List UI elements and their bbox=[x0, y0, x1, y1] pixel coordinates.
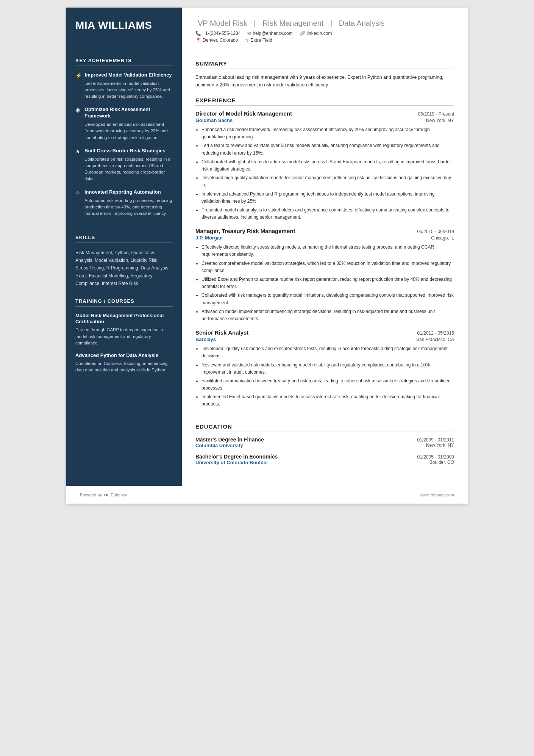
extra-icon: ☆ bbox=[245, 38, 249, 43]
course-title-2: Advanced Python for Data Analysis bbox=[75, 352, 173, 359]
job-bullets-2: Effectively directed liquidity stress te… bbox=[195, 244, 454, 324]
job-company-2: J.P. Morgan bbox=[195, 235, 223, 241]
linkedin-text: linkedin.com bbox=[307, 31, 332, 36]
edu-header-2: Bachelor's Degree in Economics 01/2005 -… bbox=[195, 454, 454, 460]
achievement-header-1: ⚡ Improved Model Validation Efficiency bbox=[75, 72, 173, 78]
resume-body: MIA WILLIAMS KEY ACHIEVEMENTS ⚡ Improved… bbox=[66, 8, 468, 486]
achievement-icon-1: ⚡ bbox=[75, 72, 82, 78]
tagline-part1: VP Model Risk bbox=[198, 19, 247, 27]
bullet-1-3: Collaborated with global teams to addres… bbox=[201, 158, 454, 173]
job-bullets-3: Developed liquidity risk models and exec… bbox=[195, 345, 454, 410]
job-location-3: San Francisco, CA bbox=[416, 337, 454, 342]
tagline-separator-1: | bbox=[254, 19, 258, 27]
course-desc-2: Completed on Coursera, focusing on enhan… bbox=[75, 360, 173, 374]
contact-row-2: 📍 Denver, Colorado ☆ Extra Field bbox=[195, 38, 454, 43]
bullet-3-2: Reviewed and validated risk models, enha… bbox=[201, 362, 454, 376]
achievement-header-4: ☆ Innovated Reporting Automation bbox=[75, 189, 173, 196]
job-header-2: Manager, Treasury Risk Management 05/201… bbox=[195, 228, 454, 234]
location-icon: 📍 bbox=[195, 38, 201, 43]
summary-section-title: SUMMARY bbox=[195, 60, 454, 69]
achievement-item-1: ⚡ Improved Model Validation Efficiency L… bbox=[75, 72, 173, 100]
achievement-header-3: ★ Built Cross-Border Risk Strategies bbox=[75, 148, 173, 154]
bullet-2-5: Advised on model implementation influenc… bbox=[201, 308, 454, 322]
experience-section-title: EXPERIENCE bbox=[195, 97, 454, 106]
brand-logo-icon: ∞ bbox=[104, 491, 108, 498]
resume-container: MIA WILLIAMS KEY ACHIEVEMENTS ⚡ Improved… bbox=[66, 8, 468, 504]
job-title-1: Director of Model Risk Management bbox=[195, 110, 292, 117]
achievement-title-2: Optimized Risk Assessment Framework bbox=[84, 106, 173, 119]
course-desc-1: Earned through GARP to deepen expertise … bbox=[75, 327, 173, 346]
bullet-1-4: Developed high-quality validation report… bbox=[201, 174, 454, 189]
bullet-1-6: Presented model risk analysis to stakeho… bbox=[201, 207, 454, 221]
achievement-desc-1: Led enhancements in model validation pro… bbox=[75, 80, 173, 100]
job-header-3: Senior Risk Analyst 01/2012 - 05/2015 bbox=[195, 329, 454, 336]
contact-phone: 📞 +1-(234)-555-1234 bbox=[195, 31, 240, 36]
edu-school-2: University of Colorado Boulder bbox=[195, 460, 268, 465]
contact-extra: ☆ Extra Field bbox=[245, 38, 272, 43]
job-company-row-3: Barclays San Francisco, CA bbox=[195, 337, 454, 342]
edu-degree-1: Master's Degree in Finance bbox=[195, 437, 264, 443]
job-dates-2: 05/2015 - 06/2019 bbox=[417, 229, 454, 234]
edu-location-2: Boulder, CO bbox=[429, 460, 454, 465]
edu-location-1: New York, NY bbox=[426, 443, 454, 448]
main-header: VP Model Risk | Risk Management | Data A… bbox=[195, 19, 454, 44]
bullet-2-1: Effectively directed liquidity stress te… bbox=[201, 244, 454, 258]
achievement-desc-2: Developed an enhanced risk assessment fr… bbox=[75, 121, 173, 141]
job-company-row-2: J.P. Morgan Chicago, IL bbox=[195, 235, 454, 241]
linkedin-icon: 🔗 bbox=[300, 31, 305, 36]
footer-brand: Powered by ∞ Enhancv bbox=[80, 491, 127, 498]
achievement-title-4: Innovated Reporting Automation bbox=[84, 189, 161, 196]
edu-item-2: Bachelor's Degree in Economics 01/2005 -… bbox=[195, 454, 454, 465]
edu-dates-2: 01/2005 - 01/2009 bbox=[417, 454, 454, 460]
bullet-1-5: Implemented advanced Python and R progra… bbox=[201, 191, 454, 205]
education-section-title: EDUCATION bbox=[195, 423, 454, 432]
job-company-row-1: Goldman Sachs New York, NY bbox=[195, 117, 454, 123]
job-company-1: Goldman Sachs bbox=[195, 117, 233, 123]
achievement-item-4: ☆ Innovated Reporting Automation Automat… bbox=[75, 189, 173, 217]
phone-text: +1-(234)-555-1234 bbox=[203, 31, 240, 36]
edu-item-1: Master's Degree in Finance 01/2009 - 01/… bbox=[195, 437, 454, 448]
bullet-2-2: Created comprehensive model validation s… bbox=[201, 260, 454, 274]
bullet-2-4: Collaborated with risk managers to quant… bbox=[201, 292, 454, 306]
job-dates-3: 01/2012 - 05/2015 bbox=[417, 330, 454, 336]
contact-row-1: 📞 +1-(234)-555-1234 ✉ help@enhancv.com 🔗… bbox=[195, 31, 454, 36]
achievement-header-2: ◉ Optimized Risk Assessment Framework bbox=[75, 106, 173, 119]
edu-school-row-2: University of Colorado Boulder Boulder, … bbox=[195, 460, 454, 465]
powered-by-text: Powered by bbox=[80, 493, 102, 497]
phone-icon: 📞 bbox=[195, 31, 201, 36]
tagline-separator-2: | bbox=[330, 19, 334, 27]
edu-header-1: Master's Degree in Finance 01/2009 - 01/… bbox=[195, 437, 454, 443]
skills-section-title: SKILLS bbox=[75, 235, 173, 243]
location-text: Denver, Colorado bbox=[203, 38, 238, 43]
course-item-1: Model Risk Management Professional Certi… bbox=[75, 313, 173, 347]
achievement-desc-4: Automated risk reporting processes, redu… bbox=[75, 197, 173, 217]
job-header-1: Director of Model Risk Management 06/201… bbox=[195, 110, 454, 117]
main-content: VP Model Risk | Risk Management | Data A… bbox=[182, 8, 468, 486]
achievement-title-3: Built Cross-Border Risk Strategies bbox=[84, 148, 166, 154]
bullet-3-4: Implemented Excel-based quantitative mod… bbox=[201, 393, 454, 408]
bullet-3-1: Developed liquidity risk models and exec… bbox=[201, 345, 454, 360]
job-location-2: Chicago, IL bbox=[431, 235, 454, 241]
edu-school-1: Columbia University bbox=[195, 443, 243, 448]
job-company-3: Barclays bbox=[195, 337, 216, 342]
email-icon: ✉ bbox=[247, 31, 251, 36]
bullet-2-3: Utilized Excel and Python to automate ro… bbox=[201, 276, 454, 290]
contact-location: 📍 Denver, Colorado bbox=[195, 38, 238, 43]
footer: Powered by ∞ Enhancv www.enhancv.com bbox=[66, 486, 468, 504]
bullet-3-3: Facilitated communication between treasu… bbox=[201, 377, 454, 392]
edu-degree-2: Bachelor's Degree in Economics bbox=[195, 454, 278, 460]
edu-school-row-1: Columbia University New York, NY bbox=[195, 443, 454, 448]
job-location-1: New York, NY bbox=[426, 118, 454, 123]
extra-text: Extra Field bbox=[250, 38, 272, 43]
achievement-item-3: ★ Built Cross-Border Risk Strategies Col… bbox=[75, 148, 173, 182]
course-title-1: Model Risk Management Professional Certi… bbox=[75, 313, 173, 326]
summary-text: Enthusiastic about leading risk manageme… bbox=[195, 74, 454, 89]
achievement-icon-2: ◉ bbox=[75, 107, 81, 113]
skills-text: Risk Management, Python, Quantitative An… bbox=[75, 249, 173, 288]
footer-website: www.enhancv.com bbox=[420, 493, 454, 497]
achievement-icon-4: ☆ bbox=[75, 189, 81, 196]
training-section-title: TRAINING / COURSES bbox=[75, 298, 173, 307]
job-dates-1: 06/2019 - Present bbox=[418, 111, 454, 117]
sidebar: MIA WILLIAMS KEY ACHIEVEMENTS ⚡ Improved… bbox=[66, 8, 182, 486]
achievements-section-title: KEY ACHIEVEMENTS bbox=[75, 58, 173, 66]
